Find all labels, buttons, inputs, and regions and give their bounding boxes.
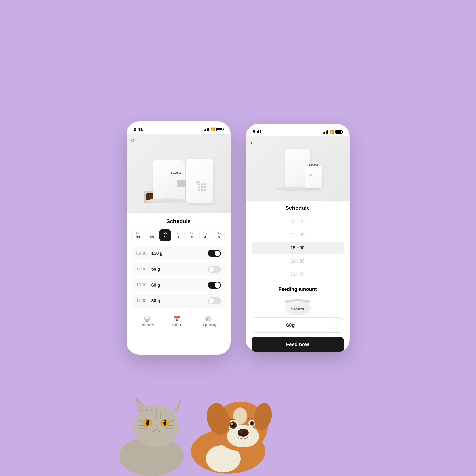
toggle-1500[interactable] [208,282,221,289]
svg-point-27 [231,423,235,427]
svg-point-16 [146,421,147,422]
bottom-nav-left: 🍚 Feed now 📅 Scedule 💨 Air pumping [127,312,231,332]
svg-point-28 [231,423,233,425]
time-row-2100[interactable]: 21 : 00 [252,268,344,280]
water-label: 0.3 [196,181,200,183]
svg-point-13 [160,419,169,427]
day-mo[interactable]: Mo 29 [132,229,144,241]
feeding-amount-section: Feeding amount 🐾LaniPet 60g + Feed now [246,282,350,352]
day-th[interactable]: Th 2 [173,229,185,241]
battery-icon-right [335,130,342,134]
day-tu[interactable]: Tu 30 [146,229,158,241]
amount-control: 60g + [252,317,344,333]
svg-point-32 [203,401,233,438]
day-selector: Mo 29 Tu 30 We 1 Th 2 Fr 3 [132,229,225,241]
nav-schedule[interactable]: 📅 Scedule [172,316,182,327]
time-row-1200[interactable]: 12 : 00 [252,229,344,241]
day-fr[interactable]: Fr 3 [186,229,198,241]
left-phone: 9:41 📶 < LaniPet [127,121,231,355]
product-image-left: < LaniPet 0.3 [127,134,231,213]
back-button-right[interactable]: < [250,140,253,146]
svg-marker-5 [173,400,180,411]
right-phone: 9:41 📶 < LaniPet 0.3 [246,124,350,352]
schedule-section-left: Schedule Mo 29 Tu 30 We 1 Th 2 [127,213,231,308]
signal-icon-left [204,128,209,131]
feeder-illustration-left: LaniPet 0.3 [139,139,218,208]
feeding-amount-title: Feeding amount [252,286,344,292]
nav-feed-label: Feed now [140,323,154,327]
pets-overlay [97,337,285,476]
feeding-row-1500[interactable]: 15:00 60 g [132,278,225,292]
schedule-title-right: Schedule [252,205,344,211]
feeder-body: LaniPet [153,160,185,200]
svg-point-1 [134,405,179,447]
back-button-left[interactable]: < [131,137,134,144]
feeder-right-small-label: 0.3 [309,174,312,176]
nav-feed-now[interactable]: 🍚 Feed now [140,316,154,327]
svg-marker-4 [137,400,148,410]
water-dots [198,183,206,191]
svg-point-31 [251,422,253,425]
time-row-0900[interactable]: 09 : 00 [252,216,344,228]
feeding-row-0900[interactable]: 09:00 110 g [132,246,225,260]
svg-point-29 [248,420,255,427]
toggle-1800[interactable] [208,298,221,304]
status-icons-left: 📶 [204,127,223,131]
svg-point-33 [252,402,274,431]
feeding-row-1200[interactable]: 12:00 50 g [132,262,225,276]
svg-point-21 [213,402,268,451]
calendar-icon: 📅 [174,316,180,322]
bowl-container: 🐾LaniPet [252,296,344,313]
day-sa[interactable]: Sa 4 [199,229,211,241]
time-row-1500[interactable]: 15 : 00 [252,242,344,254]
nav-schedule-label: Scedule [172,323,182,327]
feeder-spout [177,180,187,187]
paw-icon: 🐾 [291,308,294,310]
feeder-right-label: LaniPet [309,163,318,166]
bowl-brand-label: 🐾LaniPet [283,307,313,310]
amount-value: 60g [257,322,325,328]
battery-icon-left [216,128,223,131]
feeder-base [146,198,191,203]
svg-point-15 [163,420,166,426]
feeder-label: LaniPet [171,172,181,175]
status-icons-right: 📶 [323,130,342,134]
nav-air-label: Air pumping [201,323,217,327]
day-su[interactable]: Su 5 [213,229,225,241]
wind-icon: 💨 [205,316,212,322]
signal-icon-right [323,130,328,134]
feeding-row-1800[interactable]: 18:00 30 g [132,294,225,308]
svg-marker-3 [174,397,182,412]
svg-point-20 [206,445,241,472]
svg-point-30 [250,421,254,426]
svg-line-9 [166,420,174,424]
product-image-right: < LaniPet 0.3 [246,136,350,201]
svg-point-17 [163,421,165,422]
time-row-1800[interactable]: 18 : 00 [252,255,344,267]
svg-point-19 [191,429,265,474]
svg-marker-2 [135,397,149,412]
svg-point-24 [240,430,243,433]
time-left: 9:41 [134,127,143,132]
schedule-list: 09 : 00 12 : 00 15 : 00 18 : 00 21 : 00 [246,216,350,280]
time-right: 9:41 [253,129,262,135]
svg-point-12 [143,419,152,427]
toggle-1200[interactable] [208,266,221,273]
day-we[interactable]: We 1 [159,229,171,241]
nav-air-pumping[interactable]: 💨 Air pumping [201,316,217,327]
svg-line-6 [139,420,146,424]
status-bar-left: 9:41 📶 [127,121,231,134]
feed-now-button[interactable]: Feed now [252,337,344,352]
bowl-icon: 🍚 [144,316,150,322]
svg-line-7 [139,425,148,426]
schedule-section-right: Schedule [246,201,350,211]
svg-line-10 [165,425,173,426]
bowl-body [285,301,310,313]
svg-point-34 [233,407,247,425]
schedule-title-left: Schedule [132,218,225,225]
feeder-right-small: 0.3 [305,166,322,188]
amount-plus-button[interactable]: + [330,321,339,329]
svg-point-14 [146,420,149,426]
toggle-0900[interactable] [208,250,221,257]
feeder-illustration-right: LaniPet 0.3 [265,141,330,196]
